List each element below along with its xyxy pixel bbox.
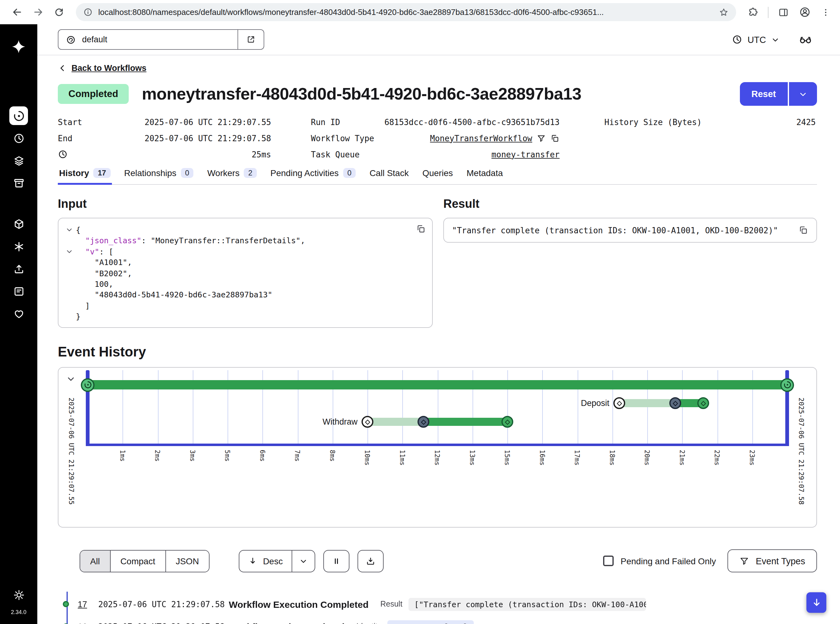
copy-icon[interactable]: [550, 133, 559, 143]
filter-icon[interactable]: [536, 133, 546, 143]
axis-tick-label: 1ms: [119, 450, 126, 462]
activity-scheduled-segment[interactable]: [619, 399, 675, 407]
timezone-clock-icon: [732, 34, 742, 45]
code-gutter: [66, 301, 76, 311]
tab-label: Pending Activities: [270, 168, 339, 178]
run-id-value: 68153dcc-d0f6-4500-afbc-c93651b75d13: [384, 117, 559, 127]
theme-toggle-icon[interactable]: [9, 585, 28, 604]
sort-label: Desc: [263, 556, 283, 566]
axis-tick-label: 11ms: [399, 450, 406, 466]
collapse-caret-icon[interactable]: [66, 246, 76, 257]
sidebar-item-schedules[interactable]: [9, 129, 28, 147]
axis-tick-label: 15ms: [504, 450, 511, 466]
view-mode-compact[interactable]: Compact: [110, 550, 165, 571]
duration-value: 25ms: [251, 150, 271, 159]
pause-button[interactable]: [323, 550, 350, 572]
extensions-icon[interactable]: [744, 3, 762, 22]
sidebar-item-nexus[interactable]: [9, 237, 28, 256]
activity-scheduled-node[interactable]: [613, 397, 625, 409]
back-chevron-icon[interactable]: [58, 63, 67, 73]
activity-started-node[interactable]: [669, 397, 681, 409]
activity-completed-node[interactable]: [697, 397, 709, 409]
event-row[interactable]: 162025-07-06 UTC 21:29:07.58Workflow Tas…: [58, 615, 817, 624]
event-name: Workflow Task Completed: [229, 621, 344, 624]
sidebar-item-import[interactable]: [9, 259, 28, 278]
browser-menu-icon[interactable]: [816, 3, 835, 22]
tab-pending-activities[interactable]: Pending Activities0: [269, 167, 357, 185]
activity-scheduled-segment[interactable]: [367, 418, 424, 426]
url-text[interactable]: localhost:8080/namespaces/default/workfl…: [98, 8, 713, 17]
event-detail-value[interactable]: 43443@twm2.local: [388, 620, 474, 624]
tab-count-badge: 0: [343, 168, 356, 178]
reset-button[interactable]: Reset: [740, 82, 788, 106]
tab-queries[interactable]: Queries: [421, 167, 454, 185]
sidebar-item-batch-operations[interactable]: [9, 151, 28, 170]
tab-metadata[interactable]: Metadata: [465, 167, 504, 185]
activity-completed-node[interactable]: [501, 416, 513, 428]
tab-call-stack[interactable]: Call Stack: [368, 167, 410, 185]
activity-scheduled-node[interactable]: [362, 416, 373, 428]
tab-relationships[interactable]: Relationships0: [123, 167, 195, 185]
profile-icon[interactable]: [795, 3, 814, 22]
collapse-caret-icon[interactable]: [66, 225, 76, 235]
namespace-switcher[interactable]: default: [58, 29, 264, 50]
activity-running-segment[interactable]: [424, 418, 507, 426]
workflow-end-node[interactable]: [780, 378, 794, 392]
event-types-button[interactable]: Event Types: [728, 549, 817, 572]
sidebar-item-namespaces[interactable]: [9, 215, 28, 233]
browser-back-icon[interactable]: [8, 3, 26, 22]
workflow-type-link[interactable]: MoneyTransferWorkflow: [430, 133, 532, 143]
copy-icon[interactable]: [798, 225, 808, 235]
tab-workers[interactable]: Workers2: [206, 167, 258, 185]
sort-dropdown-button[interactable]: [291, 550, 314, 571]
code-gutter: [66, 290, 76, 301]
event-id-link[interactable]: 17: [78, 599, 98, 609]
sidebar-item-feedback-heart[interactable]: [9, 304, 28, 323]
sidebar-item-docs[interactable]: [9, 282, 28, 301]
axis-tick-label: 18ms: [609, 450, 616, 466]
bookmark-star-icon[interactable]: [719, 7, 729, 17]
workflow-start-node[interactable]: [81, 378, 94, 392]
axis-tick-label: 7ms: [294, 450, 301, 462]
timeline-plot: 1ms2ms3ms5ms6ms7ms8ms10ms11ms12ms13ms15m…: [88, 370, 787, 445]
event-detail-value[interactable]: ["Transfer complete (transaction IDs: OK…: [408, 598, 646, 611]
temporal-logo[interactable]: [11, 39, 26, 54]
tab-history[interactable]: History17: [58, 167, 112, 185]
sort-desc-button[interactable]: Desc: [239, 550, 291, 571]
sidebar-item-workflows[interactable]: [9, 107, 28, 125]
tab-label: History: [59, 168, 89, 178]
axis-tick-label: 3ms: [189, 450, 196, 462]
reset-dropdown-button[interactable]: [789, 82, 817, 106]
workflow-execution-bar[interactable]: [88, 380, 787, 389]
download-button[interactable]: [358, 550, 384, 572]
address-bar[interactable]: localhost:8080/namespaces/default/workfl…: [76, 3, 736, 21]
pending-failed-checkbox[interactable]: [603, 556, 614, 566]
event-time: 2025-07-06 UTC 21:29:07.58: [98, 622, 229, 624]
tab-label: Call Stack: [370, 168, 409, 178]
site-info-icon[interactable]: [83, 8, 92, 17]
back-to-workflows-link[interactable]: Back to Workflows: [71, 63, 146, 73]
view-mode-json[interactable]: JSON: [165, 550, 209, 571]
sidebar-item-archive[interactable]: [9, 174, 28, 192]
page-title: moneytransfer-48043d0d-5b41-4920-bd6c-3a…: [142, 84, 730, 103]
history-size-value: 2425: [796, 117, 816, 127]
browser-reload-icon[interactable]: [50, 3, 68, 22]
breadcrumb: Back to Workflows: [58, 63, 817, 73]
event-row[interactable]: 172025-07-06 UTC 21:29:07.58Workflow Exe…: [58, 593, 817, 615]
pending-failed-label: Pending and Failed Only: [621, 556, 716, 566]
event-status-dot: [63, 601, 69, 607]
labs-mode-icon[interactable]: [798, 32, 813, 47]
activity-label: Withdraw: [322, 417, 358, 426]
event-id-link[interactable]: 16: [78, 622, 98, 624]
activity-started-node[interactable]: [418, 416, 429, 428]
timezone-selector[interactable]: UTC: [732, 34, 780, 45]
namespace-open-button[interactable]: [238, 29, 264, 50]
timeline-collapse-icon[interactable]: [66, 374, 76, 384]
task-queue-link[interactable]: money-transfer: [492, 150, 559, 159]
axis-tick-label: 8ms: [329, 450, 336, 462]
browser-forward-icon[interactable]: [29, 3, 47, 22]
copy-icon[interactable]: [416, 224, 426, 234]
view-mode-all[interactable]: All: [80, 550, 110, 571]
scroll-to-bottom-button[interactable]: [806, 592, 826, 613]
side-panel-icon[interactable]: [774, 3, 793, 22]
